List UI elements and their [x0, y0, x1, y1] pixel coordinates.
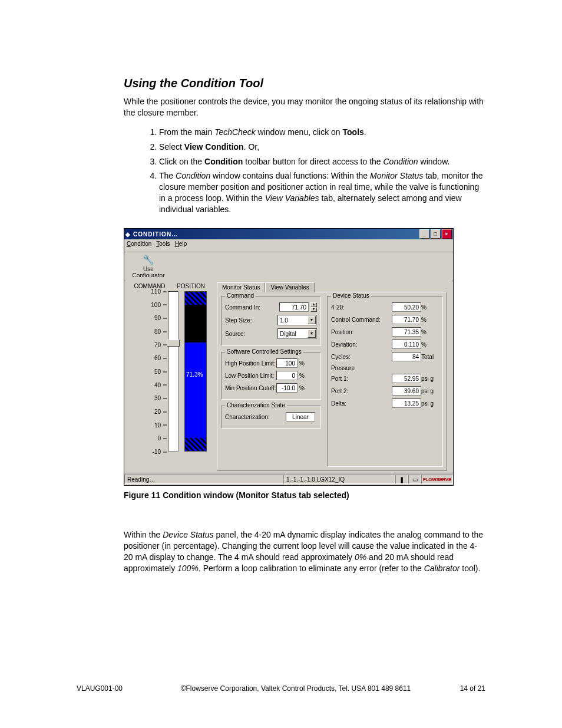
tab-view-variables[interactable]: View Variables — [265, 282, 314, 292]
intro-para: While the positioner controls the device… — [124, 96, 485, 118]
characterization-value: Linear — [286, 412, 315, 421]
ds-control-command: 71.70 — [392, 315, 421, 324]
step-size-select[interactable]: 1.0 — [277, 315, 317, 325]
status-icon-1: ❚ — [395, 475, 408, 484]
command-in-input[interactable]: 71.70 — [279, 302, 309, 312]
status-reading: Reading… — [124, 475, 283, 484]
page-footer: VLAUG001-00 ©Flowserve Corporation, Valt… — [77, 684, 485, 693]
maximize-button[interactable]: □ — [431, 229, 441, 239]
step-2: Select View Condition. Or, — [159, 141, 485, 153]
status-logo: FLOWSERVE — [421, 475, 453, 484]
ds-4-20: 50.20 — [392, 302, 421, 312]
step-4: The Condition window contains dual funct… — [159, 170, 485, 215]
command-in-spinner[interactable]: ▲▼ — [310, 302, 317, 312]
figure-caption: Figure 11 Condition window (Monitor Stat… — [124, 490, 485, 500]
status-address: 1.-1.-1.-1.0.LGX12_IQ — [283, 475, 395, 484]
menu-condition[interactable]: Condition — [127, 241, 151, 251]
ds-delta: 13.25 — [392, 398, 421, 408]
menu-help[interactable]: Help — [175, 241, 187, 251]
position-bar-label: 71.3% — [186, 371, 203, 378]
group-device-status: Device Status 4-20:50.20% Control Comman… — [327, 296, 443, 467]
source-select[interactable]: Digital — [277, 328, 317, 339]
high-pos-limit-input[interactable]: 100 — [276, 358, 297, 368]
close-button[interactable]: × — [442, 229, 452, 239]
use-configurator-button[interactable]: 🔧 Use Configurator — [128, 253, 169, 279]
section-heading: Using the Condition Tool — [124, 77, 485, 90]
menu-bar: Condition Tools Help — [124, 239, 453, 252]
position-bar: 71.3% — [184, 291, 207, 452]
ds-position: 71.35 — [392, 327, 421, 337]
step-3: Click on the Condition toolbar button fo… — [159, 156, 485, 167]
status-icon-2: ▭ — [408, 475, 421, 484]
slider-thumb[interactable] — [167, 340, 180, 347]
minimize-button[interactable]: _ — [419, 229, 429, 239]
group-characterization: Characterization State Characterization:… — [221, 406, 321, 429]
tab-monitor-status[interactable]: Monitor Status — [217, 282, 265, 292]
pressure-subhead: Pressure — [331, 365, 439, 371]
ds-port1: 52.95 — [392, 374, 421, 383]
screenshot-condition-window: ◆ CONDITION… _ □ × Condition Tools Help … — [124, 228, 454, 486]
group-command: Command Command In:71.70▲▼ Step Size:1.0… — [221, 296, 321, 346]
app-icon: ◆ — [125, 231, 131, 238]
ds-cycles: 84 — [392, 352, 421, 361]
gauge-ticks: 110 100 90 80 70 60 50 40 30 20 10 0 -10 — [129, 291, 161, 452]
step-1: From the main TechCheck window menu, cli… — [159, 127, 485, 138]
low-pos-limit-input[interactable]: 0 — [276, 371, 297, 380]
group-software-settings: Software Controlled Settings High Positi… — [221, 352, 321, 400]
gauge-header-position: POSITION — [170, 283, 211, 289]
wrench-icon: 🔧 — [143, 253, 154, 265]
status-bar: Reading… 1.-1.-1.-1.0.LGX12_IQ ❚ ▭ FLOWS… — [124, 473, 453, 485]
window-title: CONDITION… — [133, 231, 418, 238]
menu-tools[interactable]: Tools — [156, 241, 170, 251]
after-para: Within the Device Status panel, the 4-20… — [124, 529, 485, 574]
min-pos-cutoff-input[interactable]: -10.0 — [276, 383, 297, 393]
ds-deviation: 0.110 — [392, 340, 421, 349]
window-titlebar[interactable]: ◆ CONDITION… _ □ × — [124, 229, 453, 239]
command-slider[interactable] — [168, 291, 178, 452]
ds-port2: 39.60 — [392, 386, 421, 396]
